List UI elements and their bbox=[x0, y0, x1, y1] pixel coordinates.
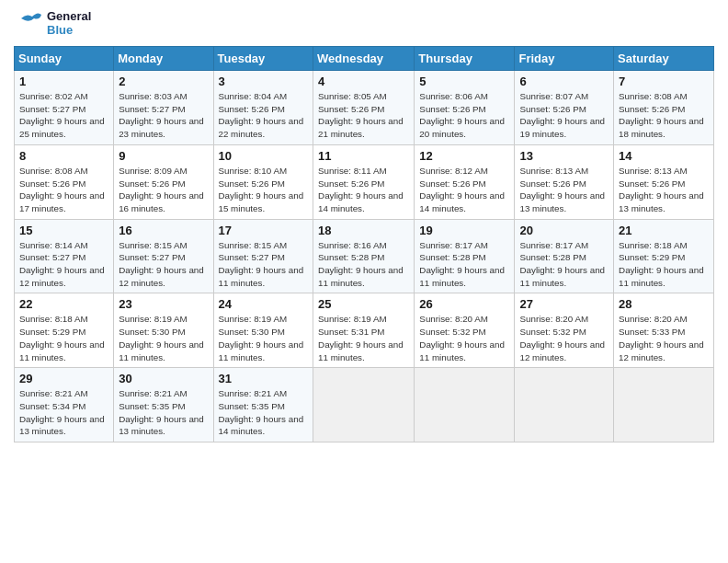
calendar-week-4: 22 Sunrise: 8:18 AMSunset: 5:29 PMDaylig… bbox=[15, 293, 714, 368]
day-number: 31 bbox=[219, 372, 309, 385]
day-info: Sunrise: 8:08 AMSunset: 5:26 PMDaylight:… bbox=[19, 166, 105, 213]
calendar-cell: 31 Sunrise: 8:21 AMSunset: 5:35 PMDaylig… bbox=[213, 368, 313, 442]
day-number: 3 bbox=[219, 75, 309, 88]
day-info: Sunrise: 8:21 AMSunset: 5:34 PMDaylight:… bbox=[19, 388, 105, 436]
calendar-cell: 28 Sunrise: 8:20 AMSunset: 5:33 PMDaylig… bbox=[614, 293, 714, 368]
calendar-cell: 16 Sunrise: 8:15 AMSunset: 5:27 PMDaylig… bbox=[114, 219, 213, 293]
calendar-week-2: 8 Sunrise: 8:08 AMSunset: 5:26 PMDayligh… bbox=[15, 144, 714, 219]
day-info: Sunrise: 8:07 AMSunset: 5:26 PMDaylight:… bbox=[519, 91, 605, 139]
calendar-week-1: 1 Sunrise: 8:02 AMSunset: 5:27 PMDayligh… bbox=[15, 71, 714, 145]
day-number: 17 bbox=[219, 224, 309, 237]
day-info: Sunrise: 8:18 AMSunset: 5:29 PMDaylight:… bbox=[19, 314, 105, 362]
day-info: Sunrise: 8:03 AMSunset: 5:27 PMDaylight:… bbox=[119, 91, 204, 139]
calendar-cell: 7 Sunrise: 8:08 AMSunset: 5:26 PMDayligh… bbox=[614, 71, 714, 145]
day-number: 24 bbox=[219, 297, 309, 311]
day-info: Sunrise: 8:15 AMSunset: 5:27 PMDaylight:… bbox=[219, 240, 304, 288]
weekday-tuesday: Tuesday bbox=[213, 47, 313, 71]
calendar-cell: 17 Sunrise: 8:15 AMSunset: 5:27 PMDaylig… bbox=[213, 219, 313, 293]
calendar-cell: 12 Sunrise: 8:12 AMSunset: 5:26 PMDaylig… bbox=[415, 144, 515, 219]
day-info: Sunrise: 8:08 AMSunset: 5:26 PMDaylight:… bbox=[619, 91, 704, 139]
day-info: Sunrise: 8:20 AMSunset: 5:32 PMDaylight:… bbox=[519, 314, 605, 362]
calendar-cell: 23 Sunrise: 8:19 AMSunset: 5:30 PMDaylig… bbox=[114, 293, 213, 368]
day-number: 14 bbox=[619, 149, 709, 163]
logo-bird-icon bbox=[14, 9, 43, 39]
logo-text: General Blue bbox=[47, 10, 91, 38]
day-number: 29 bbox=[19, 372, 108, 385]
day-info: Sunrise: 8:19 AMSunset: 5:30 PMDaylight:… bbox=[219, 314, 304, 362]
day-number: 21 bbox=[619, 224, 709, 237]
day-info: Sunrise: 8:19 AMSunset: 5:30 PMDaylight:… bbox=[119, 314, 204, 362]
day-number: 12 bbox=[419, 149, 509, 163]
calendar-cell: 22 Sunrise: 8:18 AMSunset: 5:29 PMDaylig… bbox=[15, 293, 114, 368]
day-info: Sunrise: 8:20 AMSunset: 5:33 PMDaylight:… bbox=[619, 314, 704, 362]
day-number: 20 bbox=[519, 224, 609, 237]
day-number: 2 bbox=[119, 75, 208, 88]
weekday-monday: Monday bbox=[114, 47, 213, 71]
day-info: Sunrise: 8:17 AMSunset: 5:28 PMDaylight:… bbox=[519, 240, 605, 288]
calendar-cell: 29 Sunrise: 8:21 AMSunset: 5:34 PMDaylig… bbox=[15, 368, 114, 442]
calendar-cell: 14 Sunrise: 8:13 AMSunset: 5:26 PMDaylig… bbox=[614, 144, 714, 219]
day-number: 28 bbox=[619, 297, 709, 311]
day-number: 7 bbox=[619, 75, 709, 88]
day-info: Sunrise: 8:14 AMSunset: 5:27 PMDaylight:… bbox=[19, 240, 105, 288]
day-info: Sunrise: 8:04 AMSunset: 5:26 PMDaylight:… bbox=[219, 91, 304, 139]
day-number: 11 bbox=[318, 149, 409, 163]
day-info: Sunrise: 8:13 AMSunset: 5:26 PMDaylight:… bbox=[619, 166, 704, 213]
day-number: 16 bbox=[119, 224, 208, 237]
calendar-cell: 25 Sunrise: 8:19 AMSunset: 5:31 PMDaylig… bbox=[313, 293, 415, 368]
calendar-cell bbox=[415, 368, 515, 442]
page-header: General Blue bbox=[14, 9, 714, 39]
weekday-saturday: Saturday bbox=[614, 47, 714, 71]
calendar-table: SundayMondayTuesdayWednesdayThursdayFrid… bbox=[14, 46, 714, 442]
calendar-cell: 30 Sunrise: 8:21 AMSunset: 5:35 PMDaylig… bbox=[114, 368, 213, 442]
day-number: 5 bbox=[419, 75, 509, 88]
calendar-cell bbox=[614, 368, 714, 442]
day-info: Sunrise: 8:20 AMSunset: 5:32 PMDaylight:… bbox=[419, 314, 505, 362]
calendar-cell: 10 Sunrise: 8:10 AMSunset: 5:26 PMDaylig… bbox=[213, 144, 313, 219]
day-number: 19 bbox=[419, 224, 509, 237]
day-number: 26 bbox=[419, 297, 509, 311]
calendar-cell: 18 Sunrise: 8:16 AMSunset: 5:28 PMDaylig… bbox=[313, 219, 415, 293]
day-info: Sunrise: 8:15 AMSunset: 5:27 PMDaylight:… bbox=[119, 240, 204, 288]
calendar-cell: 19 Sunrise: 8:17 AMSunset: 5:28 PMDaylig… bbox=[415, 219, 515, 293]
calendar-cell: 1 Sunrise: 8:02 AMSunset: 5:27 PMDayligh… bbox=[15, 71, 114, 145]
day-info: Sunrise: 8:18 AMSunset: 5:29 PMDaylight:… bbox=[619, 240, 704, 288]
logo-blue: Blue bbox=[47, 23, 73, 37]
logo-general: General bbox=[47, 9, 91, 23]
day-number: 22 bbox=[19, 297, 108, 311]
day-info: Sunrise: 8:05 AMSunset: 5:26 PMDaylight:… bbox=[318, 91, 404, 139]
day-number: 15 bbox=[19, 224, 108, 237]
calendar-cell: 21 Sunrise: 8:18 AMSunset: 5:29 PMDaylig… bbox=[614, 219, 714, 293]
weekday-wednesday: Wednesday bbox=[313, 47, 415, 71]
day-info: Sunrise: 8:19 AMSunset: 5:31 PMDaylight:… bbox=[318, 314, 404, 362]
day-number: 18 bbox=[318, 224, 409, 237]
weekday-sunday: Sunday bbox=[15, 47, 114, 71]
day-info: Sunrise: 8:06 AMSunset: 5:26 PMDaylight:… bbox=[419, 91, 505, 139]
calendar-cell: 8 Sunrise: 8:08 AMSunset: 5:26 PMDayligh… bbox=[15, 144, 114, 219]
day-number: 9 bbox=[119, 149, 208, 163]
day-info: Sunrise: 8:13 AMSunset: 5:26 PMDaylight:… bbox=[519, 166, 605, 213]
calendar-cell bbox=[515, 368, 614, 442]
calendar-cell: 27 Sunrise: 8:20 AMSunset: 5:32 PMDaylig… bbox=[515, 293, 614, 368]
weekday-friday: Friday bbox=[515, 47, 614, 71]
calendar-cell: 5 Sunrise: 8:06 AMSunset: 5:26 PMDayligh… bbox=[415, 71, 515, 145]
calendar-cell: 24 Sunrise: 8:19 AMSunset: 5:30 PMDaylig… bbox=[213, 293, 313, 368]
calendar-cell: 11 Sunrise: 8:11 AMSunset: 5:26 PMDaylig… bbox=[313, 144, 415, 219]
calendar-cell: 9 Sunrise: 8:09 AMSunset: 5:26 PMDayligh… bbox=[114, 144, 213, 219]
day-number: 30 bbox=[119, 372, 208, 385]
day-number: 25 bbox=[318, 297, 409, 311]
day-info: Sunrise: 8:02 AMSunset: 5:27 PMDaylight:… bbox=[19, 91, 105, 139]
day-info: Sunrise: 8:17 AMSunset: 5:28 PMDaylight:… bbox=[419, 240, 505, 288]
calendar-cell: 15 Sunrise: 8:14 AMSunset: 5:27 PMDaylig… bbox=[15, 219, 114, 293]
day-info: Sunrise: 8:21 AMSunset: 5:35 PMDaylight:… bbox=[219, 388, 304, 436]
day-info: Sunrise: 8:11 AMSunset: 5:26 PMDaylight:… bbox=[318, 166, 404, 213]
day-info: Sunrise: 8:21 AMSunset: 5:35 PMDaylight:… bbox=[119, 388, 204, 436]
page-container: General Blue SundayMondayTuesdayWednesda… bbox=[0, 0, 728, 452]
day-info: Sunrise: 8:09 AMSunset: 5:26 PMDaylight:… bbox=[119, 166, 204, 213]
day-number: 10 bbox=[219, 149, 309, 163]
day-info: Sunrise: 8:12 AMSunset: 5:26 PMDaylight:… bbox=[419, 166, 505, 213]
calendar-cell: 4 Sunrise: 8:05 AMSunset: 5:26 PMDayligh… bbox=[313, 71, 415, 145]
day-number: 4 bbox=[318, 75, 409, 88]
day-number: 1 bbox=[19, 75, 108, 88]
day-number: 23 bbox=[119, 297, 208, 311]
